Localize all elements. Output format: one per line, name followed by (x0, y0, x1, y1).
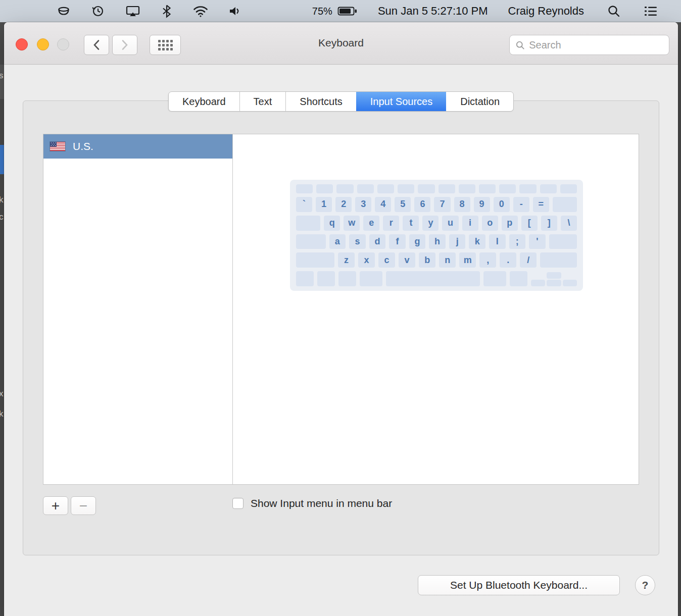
key-blank (316, 184, 333, 193)
key-blank (540, 184, 557, 193)
key-blank (398, 184, 414, 193)
wifi-icon[interactable] (193, 5, 208, 18)
key-blank (296, 234, 326, 249)
key-7: 7 (434, 197, 450, 212)
key-blank (317, 271, 335, 286)
notification-center-icon[interactable] (644, 5, 658, 17)
input-source-row-us[interactable]: U.S. (43, 134, 232, 159)
background-text-fragment: k (0, 195, 4, 205)
key-q: q (324, 216, 340, 231)
battery-percent: 75% (312, 6, 332, 17)
key-blank (499, 184, 516, 193)
tab-dictation[interactable]: Dictation (446, 92, 513, 111)
key-`: ` (296, 197, 312, 212)
key-r: r (383, 216, 399, 231)
keyboard-row (296, 271, 577, 286)
keyboard-row: zxcvbnm,./ (296, 252, 577, 268)
key-blank (540, 252, 577, 268)
keyboard-row: qwertyuiop[]\ (296, 216, 577, 231)
key-blank (296, 184, 313, 193)
menu-bar: 75% Sun Jan 5 5:27:10 PM Craig Reynolds (0, 0, 681, 22)
volume-icon[interactable] (228, 5, 241, 18)
key-l: l (489, 234, 506, 249)
key-,: , (479, 252, 496, 268)
key-blank (296, 252, 334, 268)
key-blank (338, 271, 356, 286)
key-3: 3 (355, 197, 371, 212)
app-cup-icon[interactable] (57, 4, 71, 18)
key-blank (336, 184, 353, 193)
key-g: g (409, 234, 426, 249)
key-;: ; (509, 234, 526, 249)
key-t: t (403, 216, 419, 231)
tab-shortcuts[interactable]: Shortcuts (285, 92, 356, 111)
background-text-fragment: k (0, 409, 4, 419)
key-blank (510, 271, 527, 286)
key-9: 9 (474, 197, 490, 212)
key-4: 4 (375, 197, 391, 212)
key-/: / (520, 252, 537, 268)
tab-keyboard[interactable]: Keyboard (169, 92, 239, 111)
key-blank (483, 271, 506, 286)
keyboard-row (296, 184, 577, 193)
search-input[interactable] (529, 39, 663, 51)
menu-bar-clock[interactable]: Sun Jan 5 5:27:10 PM (378, 5, 488, 18)
background-text-fragment: x (0, 389, 4, 399)
menu-bar-user[interactable]: Craig Reynolds (508, 5, 584, 18)
key-blank (439, 184, 455, 193)
key-0: 0 (494, 197, 510, 212)
search-field[interactable] (509, 35, 669, 55)
key-e: e (363, 216, 379, 231)
key-n: n (439, 252, 456, 268)
arrow-keys-cluster (531, 271, 577, 286)
key-u: u (442, 216, 458, 231)
time-machine-icon[interactable] (91, 4, 105, 18)
background-window-sliver (0, 65, 4, 99)
keyboard-row: `1234567890-= (296, 197, 577, 212)
tab-input-sources[interactable]: Input Sources (356, 92, 446, 111)
setup-bluetooth-keyboard-button[interactable]: Set Up Bluetooth Keyboard... (418, 575, 620, 595)
remove-input-source-button[interactable]: − (71, 496, 96, 515)
key-blank (479, 184, 496, 193)
key-1: 1 (316, 197, 332, 212)
key-5: 5 (395, 197, 411, 212)
key-h: h (429, 234, 446, 249)
key-blank (377, 184, 394, 193)
key-=: = (533, 197, 549, 212)
key-\: \ (561, 216, 577, 231)
key-arrow (547, 272, 561, 279)
input-source-list[interactable]: U.S. (43, 134, 233, 484)
tab-bar: Keyboard Text Shortcuts Input Sources Di… (168, 91, 514, 112)
key-blank (560, 184, 577, 193)
background-window-edge: s k c x k (0, 22, 4, 616)
key-blank (296, 271, 314, 286)
key-6: 6 (414, 197, 430, 212)
menu-bar-right: 75% Sun Jan 5 5:27:10 PM Craig Reynolds (312, 5, 681, 18)
key-j: j (449, 234, 466, 249)
input-source-label: U.S. (73, 140, 93, 152)
battery-icon[interactable] (337, 5, 358, 18)
tab-text[interactable]: Text (239, 92, 286, 111)
show-input-menu-checkbox[interactable] (232, 498, 244, 509)
help-button[interactable]: ? (635, 575, 655, 595)
key-blank (549, 234, 577, 249)
key-d: d (369, 234, 386, 249)
add-input-source-button[interactable]: + (43, 496, 68, 515)
key-m: m (459, 252, 476, 268)
key-': ' (529, 234, 546, 249)
key--: - (513, 197, 529, 212)
system-preferences-window: Keyboard Keyboard Text Shortcuts Input S… (4, 22, 678, 616)
key-i: i (462, 216, 478, 231)
bluetooth-icon[interactable] (161, 4, 173, 18)
key-blank (418, 184, 434, 193)
key-v: v (399, 252, 415, 268)
key-blank (553, 197, 577, 212)
key-b: b (419, 252, 435, 268)
key-blank (519, 184, 536, 193)
key-arrow (531, 280, 545, 286)
background-accent-patch (0, 145, 4, 174)
airplay-display-icon[interactable] (125, 4, 140, 18)
key-arrow (563, 280, 577, 286)
spotlight-icon[interactable] (607, 5, 620, 18)
key-k: k (469, 234, 485, 249)
